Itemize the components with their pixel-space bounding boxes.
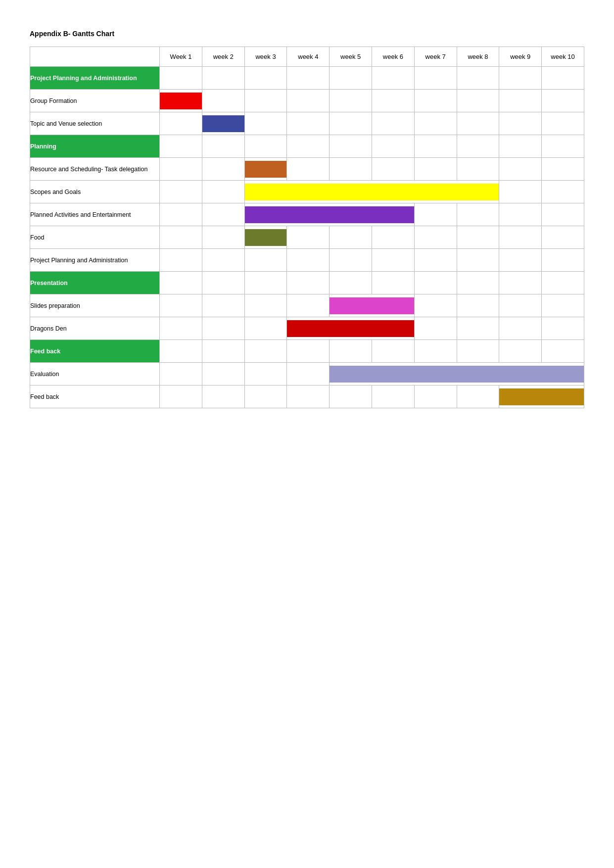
gantt-cell-row14-week5 bbox=[330, 386, 372, 408]
gantt-cell-row0-week6 bbox=[372, 67, 415, 90]
gantt-cell-row6-week7 bbox=[414, 203, 457, 226]
gantt-cell-row10-week4 bbox=[287, 294, 330, 317]
table-row: Presentation bbox=[30, 272, 584, 294]
gantt-cell-row5-week9 bbox=[499, 181, 542, 203]
table-row: Project Planning and Administration bbox=[30, 67, 584, 90]
table-row: Feed back bbox=[30, 340, 584, 363]
gantt-cell-row1-week5 bbox=[330, 90, 372, 112]
table-row: Resource and Scheduling- Task delegation bbox=[30, 158, 584, 181]
task-label: Feed back bbox=[30, 386, 160, 408]
gantt-cell-row13-week5 bbox=[330, 363, 584, 386]
task-label: Planning bbox=[30, 135, 160, 158]
gantt-cell-row12-week3 bbox=[244, 340, 287, 363]
gantt-cell-row8-week10 bbox=[542, 249, 584, 272]
gantt-cell-row11-week4 bbox=[287, 317, 414, 340]
gantt-cell-row0-week4 bbox=[287, 67, 330, 90]
gantt-cell-row12-week2 bbox=[202, 340, 244, 363]
gantt-cell-row14-week2 bbox=[202, 386, 244, 408]
gantt-cell-row9-week5 bbox=[330, 272, 372, 294]
table-row: Dragons Den bbox=[30, 317, 584, 340]
gantt-cell-row1-week2 bbox=[202, 90, 244, 112]
task-label: Topic and Venue selection bbox=[30, 112, 160, 135]
task-label: Scopes and Goals bbox=[30, 181, 160, 203]
gantt-cell-row1-week3 bbox=[244, 90, 287, 112]
gantt-cell-row6-week8 bbox=[457, 203, 499, 226]
gantt-cell-row14-week9 bbox=[499, 386, 584, 408]
gantt-chart: Week 1week 2week 3week 4week 5week 6week… bbox=[30, 47, 584, 408]
gantt-cell-row4-week1 bbox=[160, 158, 202, 181]
table-row: Planning bbox=[30, 135, 584, 158]
task-label: Dragons Den bbox=[30, 317, 160, 340]
gantt-cell-row1-week9 bbox=[499, 90, 542, 112]
task-label: Group Formation bbox=[30, 90, 160, 112]
gantt-cell-row1-week4 bbox=[287, 90, 330, 112]
page-title: Appendix B- Gantts Chart bbox=[30, 30, 584, 38]
gantt-cell-row3-week6 bbox=[372, 135, 415, 158]
table-row: Group Formation bbox=[30, 90, 584, 112]
gantt-cell-row12-week1 bbox=[160, 340, 202, 363]
gantt-cell-row0-week5 bbox=[330, 67, 372, 90]
gantt-cell-row10-week10 bbox=[542, 294, 584, 317]
gantt-cell-row12-week10 bbox=[542, 340, 584, 363]
gantt-cell-row4-week10 bbox=[542, 158, 584, 181]
gantt-cell-row7-week5 bbox=[330, 226, 372, 249]
gantt-cell-row8-week7 bbox=[414, 249, 457, 272]
gantt-cell-row2-week10 bbox=[542, 112, 584, 135]
gantt-cell-row2-week3 bbox=[244, 112, 287, 135]
gantt-cell-row3-week3 bbox=[244, 135, 287, 158]
week-header-3: week 3 bbox=[244, 47, 287, 67]
task-label: Evaluation bbox=[30, 363, 160, 386]
gantt-cell-row8-week1 bbox=[160, 249, 202, 272]
gantt-cell-row13-week3 bbox=[244, 363, 287, 386]
gantt-cell-row11-week2 bbox=[202, 317, 244, 340]
gantt-cell-row5-week2 bbox=[202, 181, 244, 203]
gantt-cell-row1-week8 bbox=[457, 90, 499, 112]
table-row: Feed back bbox=[30, 386, 584, 408]
gantt-cell-row9-week10 bbox=[542, 272, 584, 294]
gantt-cell-row6-week2 bbox=[202, 203, 244, 226]
gantt-cell-row2-week4 bbox=[287, 112, 330, 135]
gantt-cell-row11-week1 bbox=[160, 317, 202, 340]
gantt-cell-row5-week3 bbox=[244, 181, 499, 203]
gantt-cell-row7-week1 bbox=[160, 226, 202, 249]
gantt-cell-row4-week5 bbox=[330, 158, 372, 181]
task-label: Planned Activities and Entertainment bbox=[30, 203, 160, 226]
gantt-cell-row6-week9 bbox=[499, 203, 542, 226]
gantt-cell-row14-week8 bbox=[457, 386, 499, 408]
gantt-cell-row11-week7 bbox=[414, 317, 457, 340]
gantt-cell-row8-week8 bbox=[457, 249, 499, 272]
gantt-cell-row11-week9 bbox=[499, 317, 542, 340]
task-label: Resource and Scheduling- Task delegation bbox=[30, 158, 160, 181]
gantt-bar bbox=[202, 115, 244, 132]
gantt-cell-row0-week2 bbox=[202, 67, 244, 90]
gantt-cell-row10-week9 bbox=[499, 294, 542, 317]
gantt-cell-row0-week7 bbox=[414, 67, 457, 90]
gantt-cell-row4-week6 bbox=[372, 158, 415, 181]
gantt-bar bbox=[499, 388, 584, 405]
gantt-cell-row9-week4 bbox=[287, 272, 330, 294]
gantt-cell-row9-week2 bbox=[202, 272, 244, 294]
gantt-bar bbox=[330, 366, 584, 383]
gantt-cell-row2-week2 bbox=[202, 112, 244, 135]
gantt-cell-row3-week9 bbox=[499, 135, 542, 158]
gantt-cell-row2-week9 bbox=[499, 112, 542, 135]
task-label: Slides preparation bbox=[30, 294, 160, 317]
gantt-cell-row12-week9 bbox=[499, 340, 542, 363]
gantt-cell-row14-week1 bbox=[160, 386, 202, 408]
week-header-10: week 10 bbox=[542, 47, 584, 67]
table-row: Slides preparation bbox=[30, 294, 584, 317]
gantt-cell-row13-week1 bbox=[160, 363, 202, 386]
gantt-cell-row1-week6 bbox=[372, 90, 415, 112]
gantt-cell-row3-week10 bbox=[542, 135, 584, 158]
gantt-cell-row14-week4 bbox=[287, 386, 330, 408]
gantt-cell-row9-week1 bbox=[160, 272, 202, 294]
gantt-cell-row12-week4 bbox=[287, 340, 330, 363]
gantt-cell-row12-week8 bbox=[457, 340, 499, 363]
gantt-cell-row7-week9 bbox=[499, 226, 542, 249]
gantt-cell-row0-week1 bbox=[160, 67, 202, 90]
gantt-cell-row4-week8 bbox=[457, 158, 499, 181]
gantt-cell-row9-week3 bbox=[244, 272, 287, 294]
task-label: Feed back bbox=[30, 340, 160, 363]
gantt-cell-row1-week1 bbox=[160, 90, 202, 112]
task-label: Presentation bbox=[30, 272, 160, 294]
